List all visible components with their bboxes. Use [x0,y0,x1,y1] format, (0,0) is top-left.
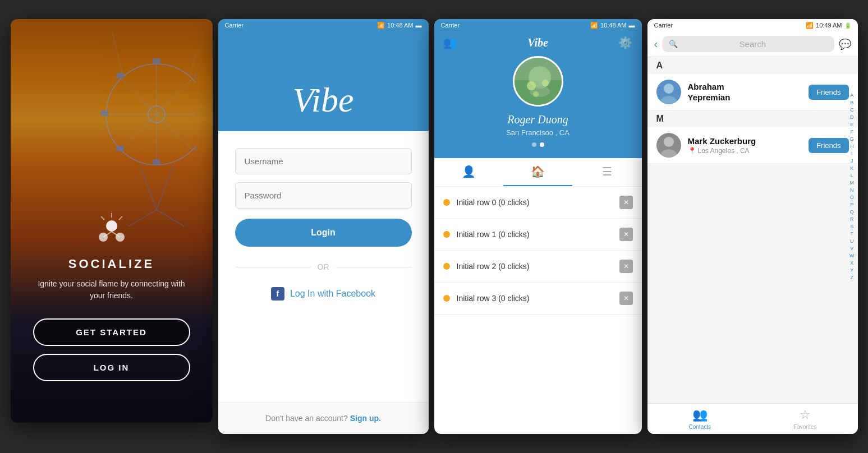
svg-line-18 [112,30,123,75]
contact-avatar-mark [656,133,681,158]
dot-1[interactable] [532,142,536,147]
bottom-nav: 👥 Contacts ☆ Favorites [647,403,858,434]
tab-profile[interactable]: 👤 [434,158,503,186]
back-button[interactable]: ‹ [654,38,658,50]
battery-icon: ▬ [629,22,635,29]
svg-rect-13 [195,146,196,151]
alpha-I[interactable]: I [849,150,855,157]
dot-2[interactable] [540,142,544,147]
contacts-nav-label: Contacts [689,424,711,430]
status-carrier: Carrier [441,22,460,29]
profile-tabs: 👤 🏠 ☰ [434,158,642,187]
login-button[interactable]: Login [235,219,412,247]
alpha-Q[interactable]: Q [848,209,856,215]
profile-location: San Francisoo , CA [443,128,633,137]
vibe-login-header: Carrier 📶 10:48 AM ▬ Vibe [218,19,429,131]
login-footer: Don't have an account? Sign up. [218,402,429,434]
svg-point-39 [664,137,674,147]
friends-button-abraham[interactable]: Friends [809,85,848,100]
alpha-S[interactable]: S [848,223,856,230]
signup-link[interactable]: Sign up. [350,414,381,423]
feed-close-1[interactable]: ✕ [619,228,633,241]
alpha-K[interactable]: K [848,165,856,172]
feed-item-2: Initial row 2 (0 clicks) ✕ [434,251,642,283]
feed-item-text-2: Initial row 2 (0 clicks) [457,262,613,271]
username-input[interactable] [235,148,412,174]
section-header-a: A [647,57,858,74]
alpha-N[interactable]: N [848,187,856,193]
feed-item-text-0: Initial row 0 (0 clicks) [457,198,613,207]
login-form: Login OR f Log In with Facebook [218,131,429,312]
section-header-m: M [647,110,858,127]
alpha-F[interactable]: F [848,128,856,135]
alpha-G[interactable]: G [848,136,856,142]
alphabet-index: A B C D E F G H I J K L M N O P Q R S T … [847,92,857,281]
status-carrier: Carrier [225,22,244,29]
svg-line-27 [101,216,104,220]
screen-socialize: SOCIALIZE Ignite your social flame by co… [11,19,213,423]
feed-item-text-3: Initial row 3 (0 clicks) [457,294,613,303]
svg-point-32 [527,81,536,90]
alpha-D[interactable]: D [848,114,856,121]
divider-line-left [235,267,311,267]
svg-rect-8 [100,110,108,116]
facebook-login-button[interactable]: f Log In with Facebook [235,287,412,301]
tab-list[interactable]: ☰ [572,158,641,186]
alpha-L[interactable]: L [848,172,856,179]
add-friend-icon[interactable]: 👥 [443,36,457,49]
feed-close-3[interactable]: ✕ [619,292,633,305]
alpha-W[interactable]: W [847,252,857,259]
svg-rect-7 [153,159,160,165]
feed-close-2[interactable]: ✕ [619,260,633,273]
log-in-button[interactable]: LOG IN [33,354,190,381]
alpha-Y[interactable]: Y [848,267,856,274]
vibe-app-title: Vibe [292,80,353,120]
status-carrier: Carrier [654,22,673,29]
alpha-T[interactable]: T [848,230,856,237]
chat-icon[interactable]: 💬 [839,38,851,50]
alpha-C[interactable]: C [848,107,856,113]
alpha-M[interactable]: M [848,179,857,186]
status-time: 10:48 AM [600,22,626,29]
feed-item-3: Initial row 3 (0 clicks) ✕ [434,283,642,315]
profile-header: 👥 Vibe ⚙️ Roger Duong San Francisoo , CA [434,31,642,158]
alpha-E[interactable]: E [848,121,856,128]
feed-dot [443,199,450,206]
alpha-A[interactable]: A [848,92,856,99]
feed-dot [443,295,450,302]
svg-rect-12 [116,146,124,151]
get-started-button[interactable]: GET STARTED [33,318,190,346]
alpha-J[interactable]: J [848,158,856,164]
friends-button-mark[interactable]: Friends [809,138,848,153]
svg-line-26 [119,216,122,220]
alpha-V[interactable]: V [848,245,856,252]
tab-home[interactable]: 🏠 [503,158,572,186]
alpha-P[interactable]: P [848,201,856,208]
search-input[interactable]: Search [678,39,827,49]
svg-rect-10 [116,73,124,78]
alpha-H[interactable]: H [848,143,856,150]
feed-close-0[interactable]: ✕ [619,196,633,209]
alpha-Z[interactable]: Z [848,274,856,281]
alpha-U[interactable]: U [848,238,856,244]
alpha-B[interactable]: B [848,99,856,106]
settings-icon[interactable]: ⚙️ [618,36,632,49]
footer-text: Don't have an account? [265,414,348,423]
alpha-O[interactable]: O [848,194,856,201]
wifi-icon: 📶 [377,22,385,29]
search-icon: 🔍 [669,40,678,48]
nav-contacts[interactable]: 👥 Contacts [647,408,753,430]
screen-contacts: Carrier 📶 10:49 AM 🔋 ‹ 🔍 Search 💬 A [647,19,858,434]
ferris-wheel-illustration [84,30,196,227]
nav-favorites[interactable]: ☆ Favorites [752,408,858,430]
feed-item-1: Initial row 1 (0 clicks) ✕ [434,219,642,251]
screen-vibe-profile: Carrier 📶 10:48 AM ▬ 👥 Vibe ⚙️ [434,19,642,434]
password-input[interactable] [235,182,412,209]
contact-location-mark: 📍 Los Angeles , CA [688,147,802,155]
svg-point-33 [542,80,549,86]
contact-item-abraham: AbrahamYepremian Friends [647,74,858,110]
contacts-search-bar: ‹ 🔍 Search 💬 [647,31,858,57]
alpha-X[interactable]: X [848,260,856,266]
wifi-icon: 📶 [590,22,598,29]
alpha-R[interactable]: R [848,216,856,223]
